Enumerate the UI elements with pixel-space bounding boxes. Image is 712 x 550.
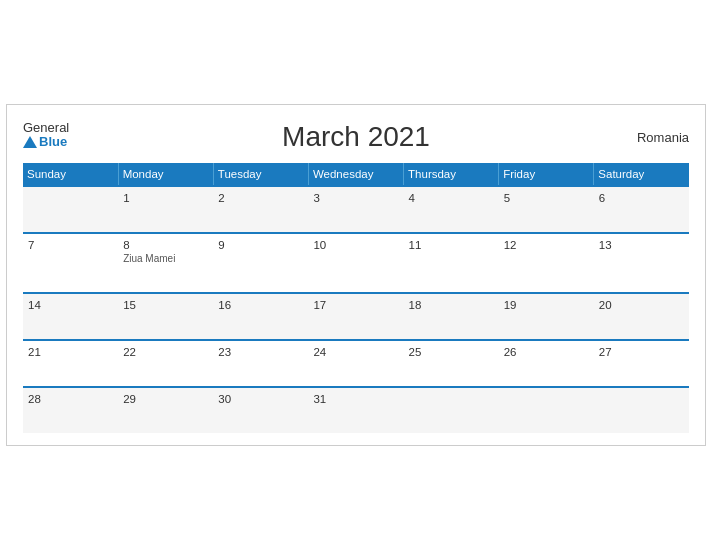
day-number: 16 xyxy=(218,299,303,311)
day-number: 3 xyxy=(313,192,398,204)
calendar-cell: 6 xyxy=(594,186,689,233)
calendar-cell: 7 xyxy=(23,233,118,293)
weekday-header-tuesday: Tuesday xyxy=(213,163,308,186)
day-number: 24 xyxy=(313,346,398,358)
calendar-cell: 12 xyxy=(499,233,594,293)
day-number: 14 xyxy=(28,299,113,311)
day-number: 4 xyxy=(409,192,494,204)
week-row-3: 14151617181920 xyxy=(23,293,689,340)
day-number: 10 xyxy=(313,239,398,251)
calendar-cell: 31 xyxy=(308,387,403,433)
calendar-cell xyxy=(404,387,499,433)
weekday-header-thursday: Thursday xyxy=(404,163,499,186)
week-row-5: 28293031 xyxy=(23,387,689,433)
day-number: 8 xyxy=(123,239,208,251)
logo-general-text: General xyxy=(23,121,69,135)
day-number: 25 xyxy=(409,346,494,358)
day-number: 9 xyxy=(218,239,303,251)
calendar-cell: 8Ziua Mamei xyxy=(118,233,213,293)
day-number: 12 xyxy=(504,239,589,251)
calendar-header: General Blue March 2021 Romania xyxy=(23,121,689,153)
day-number: 30 xyxy=(218,393,303,405)
calendar-cell: 17 xyxy=(308,293,403,340)
calendar-cell xyxy=(594,387,689,433)
event-label: Ziua Mamei xyxy=(123,253,208,264)
week-row-4: 21222324252627 xyxy=(23,340,689,387)
day-number: 22 xyxy=(123,346,208,358)
calendar-cell: 15 xyxy=(118,293,213,340)
week-row-1: 123456 xyxy=(23,186,689,233)
day-number: 23 xyxy=(218,346,303,358)
day-number: 19 xyxy=(504,299,589,311)
day-number: 29 xyxy=(123,393,208,405)
calendar-cell: 5 xyxy=(499,186,594,233)
logo-triangle-icon xyxy=(23,136,37,148)
calendar-cell: 16 xyxy=(213,293,308,340)
weekday-header-monday: Monday xyxy=(118,163,213,186)
day-number: 28 xyxy=(28,393,113,405)
calendar-cell: 22 xyxy=(118,340,213,387)
calendar-cell: 9 xyxy=(213,233,308,293)
day-number: 21 xyxy=(28,346,113,358)
day-number: 7 xyxy=(28,239,113,251)
calendar-cell: 4 xyxy=(404,186,499,233)
calendar-cell: 10 xyxy=(308,233,403,293)
calendar-cell: 1 xyxy=(118,186,213,233)
calendar-cell: 14 xyxy=(23,293,118,340)
day-number: 15 xyxy=(123,299,208,311)
calendar-cell xyxy=(499,387,594,433)
calendar-cell: 28 xyxy=(23,387,118,433)
calendar-cell: 11 xyxy=(404,233,499,293)
logo-blue-text: Blue xyxy=(23,135,67,149)
calendar-cell: 23 xyxy=(213,340,308,387)
calendar-cell: 3 xyxy=(308,186,403,233)
calendar-cell: 19 xyxy=(499,293,594,340)
day-number: 11 xyxy=(409,239,494,251)
calendar-cell: 18 xyxy=(404,293,499,340)
day-number: 13 xyxy=(599,239,684,251)
calendar-cell: 20 xyxy=(594,293,689,340)
calendar-cell: 26 xyxy=(499,340,594,387)
weekday-header-saturday: Saturday xyxy=(594,163,689,186)
calendar-cell: 27 xyxy=(594,340,689,387)
calendar-cell: 13 xyxy=(594,233,689,293)
calendar-cell: 25 xyxy=(404,340,499,387)
day-number: 5 xyxy=(504,192,589,204)
day-number: 27 xyxy=(599,346,684,358)
calendar-cell: 24 xyxy=(308,340,403,387)
day-number: 2 xyxy=(218,192,303,204)
day-number: 20 xyxy=(599,299,684,311)
day-number: 18 xyxy=(409,299,494,311)
calendar-cell: 29 xyxy=(118,387,213,433)
calendar-cell: 30 xyxy=(213,387,308,433)
country-label: Romania xyxy=(637,130,689,145)
day-number: 17 xyxy=(313,299,398,311)
calendar-cell: 2 xyxy=(213,186,308,233)
calendar: General Blue March 2021 Romania SundayMo… xyxy=(6,104,706,446)
day-number: 1 xyxy=(123,192,208,204)
calendar-cell xyxy=(23,186,118,233)
weekday-header-row: SundayMondayTuesdayWednesdayThursdayFrid… xyxy=(23,163,689,186)
weekday-header-wednesday: Wednesday xyxy=(308,163,403,186)
week-row-2: 78Ziua Mamei910111213 xyxy=(23,233,689,293)
day-number: 26 xyxy=(504,346,589,358)
weekday-header-sunday: Sunday xyxy=(23,163,118,186)
calendar-cell: 21 xyxy=(23,340,118,387)
weekday-header-friday: Friday xyxy=(499,163,594,186)
calendar-title: March 2021 xyxy=(282,121,430,153)
day-number: 31 xyxy=(313,393,398,405)
day-number: 6 xyxy=(599,192,684,204)
calendar-table: SundayMondayTuesdayWednesdayThursdayFrid… xyxy=(23,163,689,433)
logo: General Blue xyxy=(23,121,69,150)
